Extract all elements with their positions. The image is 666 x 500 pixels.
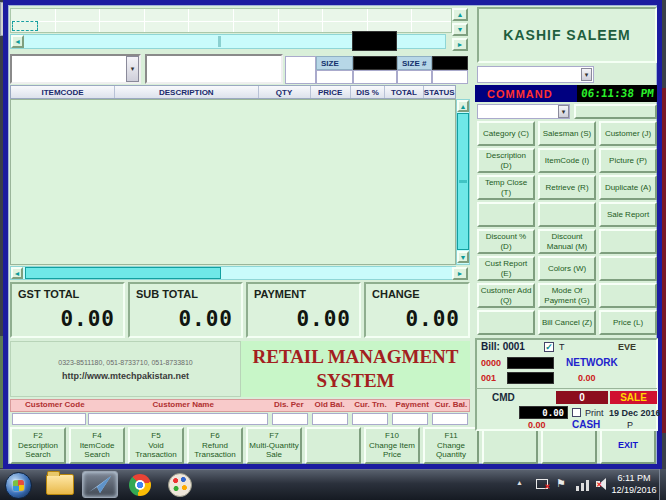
customer-add-button[interactable]: Customer Add (Q): [477, 283, 535, 308]
f7-multi-quantity-sale-button[interactable]: F7Multi-Quantity Sale: [246, 427, 302, 464]
salesman-button[interactable]: Salesman (S): [538, 121, 596, 146]
blank-action-button[interactable]: [599, 283, 657, 308]
sub-total-box: SUB TOTAL 0.00: [128, 282, 243, 338]
scroll-thumb-notch[interactable]: [218, 36, 221, 47]
size-grid-cell[interactable]: [353, 70, 397, 84]
bill-display-box-2: [507, 372, 554, 384]
colors-button[interactable]: Colors (W): [538, 256, 596, 281]
check-icon: ✓: [545, 343, 553, 352]
taskbar-active-app-button[interactable]: [82, 471, 118, 498]
scroll-down-button[interactable]: ▼: [452, 23, 468, 36]
tray-expand-icon[interactable]: ▲: [516, 479, 523, 486]
exit-button[interactable]: EXIT: [600, 427, 656, 464]
volume-muted-icon[interactable]: [596, 481, 600, 487]
blank-action-button[interactable]: [599, 229, 657, 254]
f11-label: Change Quantity: [425, 441, 477, 460]
command-combobox[interactable]: [477, 104, 570, 119]
customer-code-input[interactable]: [12, 413, 86, 425]
item-list[interactable]: [10, 99, 456, 265]
item-lookup-combobox[interactable]: [10, 54, 141, 84]
bill-checkbox-checked[interactable]: ✓: [544, 342, 554, 352]
vscroll-up-icon[interactable]: ▲: [457, 100, 469, 112]
f6-refund-transaction-button[interactable]: F6Refund Transaction: [187, 427, 243, 464]
cur-bal-input[interactable]: [432, 413, 468, 425]
customer-name-input[interactable]: [88, 413, 268, 425]
blank-action-button[interactable]: [599, 256, 657, 281]
blank-function-button[interactable]: [541, 427, 597, 464]
f5-void-transaction-button[interactable]: F5Void Transaction: [128, 427, 184, 464]
grid-selection-cell[interactable]: [12, 21, 38, 31]
salesman-dropdown-icon[interactable]: ▾: [581, 68, 592, 81]
signal-strength-icon[interactable]: [576, 479, 590, 491]
cmd-count-box: 0: [556, 391, 608, 404]
combobox-dropdown-icon[interactable]: ▾: [126, 56, 139, 82]
description-button[interactable]: Description (D): [477, 148, 535, 173]
column-price[interactable]: PRICE: [311, 86, 351, 98]
payment-input[interactable]: [392, 413, 428, 425]
duplicate-button[interactable]: Duplicate (A): [599, 175, 657, 200]
blank-action-button[interactable]: [477, 310, 535, 335]
hscroll-right-button[interactable]: ►: [452, 267, 468, 280]
show-desktop-button[interactable]: [659, 469, 666, 500]
taskbar-explorer-button[interactable]: [42, 471, 78, 498]
taskbar-paint-button[interactable]: [162, 471, 198, 498]
column-description[interactable]: DESCRIPTION: [115, 86, 258, 98]
bill-zero-value-text: 0.00: [578, 373, 596, 383]
payment-flag-text: P: [627, 420, 633, 430]
hscroll-left-icon[interactable]: ◄: [11, 267, 23, 279]
scroll-right-button[interactable]: ►: [452, 38, 468, 51]
blank-function-button[interactable]: [305, 427, 361, 464]
command-dropdown-icon[interactable]: ▾: [558, 105, 569, 118]
item-entry-field[interactable]: [145, 54, 283, 84]
network-disconnected-icon[interactable]: [536, 479, 548, 489]
size-grid-cell[interactable]: [397, 70, 432, 84]
old-bal-input[interactable]: [312, 413, 348, 425]
column-total[interactable]: TOTAL: [385, 86, 423, 98]
cur-trn-input[interactable]: [352, 413, 388, 425]
top-entry-grid[interactable]: [10, 8, 452, 33]
customer-button[interactable]: Customer (J): [599, 121, 657, 146]
salesman-combobox[interactable]: [477, 66, 594, 83]
size-grid-cell[interactable]: [432, 70, 468, 84]
column-discount[interactable]: DIS %: [351, 86, 385, 98]
scroll-left-icon[interactable]: ◄: [11, 35, 24, 48]
discount-percent-button[interactable]: Discount % (D): [477, 229, 535, 254]
retrieve-button[interactable]: Retrieve (R): [538, 175, 596, 200]
button-label: Bill Cancel (Z): [542, 318, 592, 328]
picture-button[interactable]: Picture (P): [599, 148, 657, 173]
f4-itemcode-search-button[interactable]: F4ItemCode Search: [69, 427, 125, 464]
f10-change-item-price-button[interactable]: F10Change Item Price: [364, 427, 420, 464]
category-button[interactable]: Category (C): [477, 121, 535, 146]
f11-change-quantity-button[interactable]: F11Change Quantity: [423, 427, 479, 464]
bill-cancel-button[interactable]: Bill Cancel (Z): [538, 310, 596, 335]
itemcode-button[interactable]: ItemCode (I): [538, 148, 596, 173]
vendor-phones: 0323-8511180, 051-8733710, 051-8733810: [11, 359, 240, 366]
cust-report-button[interactable]: Cust Report (E): [477, 256, 535, 281]
column-qty[interactable]: QTY: [259, 86, 311, 98]
size-grid-cell[interactable]: [316, 70, 353, 84]
blank-action-button[interactable]: [538, 202, 596, 227]
sub-total-value: 0.00: [178, 307, 233, 331]
scroll-up-button[interactable]: ▲: [452, 8, 468, 21]
customer-table-header: Customer Code Customer Name Dis. Per Old…: [10, 399, 470, 412]
print-checkbox-unchecked[interactable]: [572, 408, 581, 417]
hscroll-thumb[interactable]: [25, 267, 221, 279]
column-status[interactable]: STATUS: [424, 86, 455, 98]
taskbar-clock[interactable]: 6:11 PM 12/19/2016: [608, 472, 660, 496]
blank-action-button[interactable]: [477, 202, 535, 227]
start-button[interactable]: [5, 472, 32, 499]
action-center-flag-icon[interactable]: ⚑: [556, 477, 566, 490]
sale-report-button[interactable]: Sale Report: [599, 202, 657, 227]
size-grid-cell[interactable]: [285, 56, 316, 84]
vscroll-down-icon[interactable]: ▼: [457, 251, 469, 263]
dis-per-input[interactable]: [272, 413, 308, 425]
network-text: NETWORK: [566, 357, 618, 368]
blank-function-button[interactable]: [482, 427, 538, 464]
discount-manual-button[interactable]: Discount Manual (M): [538, 229, 596, 254]
mode-of-payment-button[interactable]: Mode Of Payment (G): [538, 283, 596, 308]
taskbar-chrome-button[interactable]: [122, 471, 158, 498]
column-itemcode[interactable]: ITEMCODE: [11, 86, 115, 98]
temp-close-button[interactable]: Temp Close (T): [477, 175, 535, 200]
f2-description-search-button[interactable]: F2Description Search: [10, 427, 66, 464]
price-button[interactable]: Price (L): [599, 310, 657, 335]
